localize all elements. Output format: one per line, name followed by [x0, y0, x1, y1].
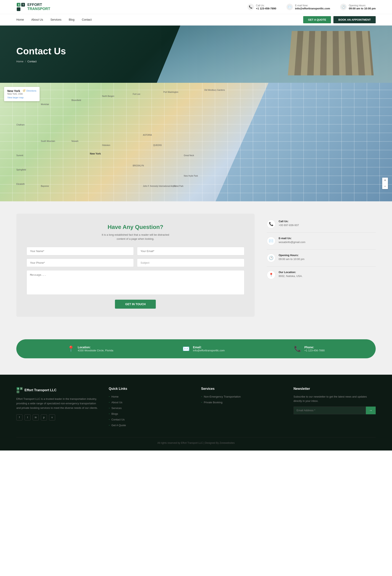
hero-banner: Contact Us Home / Contact — [0, 26, 392, 83]
breadcrumb-home[interactable]: Home — [16, 60, 24, 63]
footer-link-home: - Home — [109, 395, 191, 398]
contact-info-sidebar: 📞 Call Us: +00 697-836-937 ✉️ E-mail Us:… — [267, 214, 376, 283]
link-dot: - — [109, 412, 110, 416]
map-directions[interactable]: 🧭 Directions — [23, 89, 36, 92]
pinterest-icon[interactable]: p — [41, 414, 47, 420]
nav-links: Home About Us Services Blog Contact — [16, 18, 92, 21]
nav-contact[interactable]: Contact — [82, 18, 92, 21]
logo-area: E T EFFORT TRANSPORT — [16, 2, 50, 11]
form-row-phone-subject: Subject — [26, 259, 244, 267]
logo-text: EFFORT TRANSPORT — [27, 3, 50, 11]
linkedin-icon[interactable]: in — [33, 414, 39, 420]
subject-select[interactable]: Subject — [137, 259, 244, 267]
svg-text:E: E — [18, 388, 19, 390]
footer-net-link[interactable]: Non-Emergency Transportation — [204, 395, 241, 398]
top-contact-call: 📞 Call Us: +1 123-456-7890 — [247, 4, 276, 10]
email-input[interactable] — [137, 247, 244, 255]
green-location-value: 4330 Woodside Circle, Florida — [78, 349, 113, 352]
clock-icon: 🕐 — [340, 4, 347, 10]
phone-input[interactable] — [26, 259, 134, 267]
green-phone-value: +1 123-456-7890 — [304, 349, 325, 352]
footer-private-link[interactable]: Private Booking — [204, 401, 222, 404]
svg-text:E: E — [18, 3, 20, 6]
info-call: 📞 Call Us: +00 697-836-937 — [267, 216, 376, 233]
directions-label: Directions — [26, 89, 36, 92]
top-contact-email: ✉️ E-mail Now: info@efforttransportllc.c… — [287, 4, 330, 10]
zoom-in-button[interactable]: + — [382, 178, 388, 183]
info-location-label: Our Location: — [279, 271, 303, 274]
book-appointment-button[interactable]: BOOK AN APPOINTMENT — [333, 16, 376, 23]
info-hours-label: Opening Hours: — [279, 254, 304, 257]
name-input[interactable] — [26, 247, 134, 255]
newsletter-input[interactable] — [294, 406, 366, 414]
footer-contact-link[interactable]: Contact Us — [111, 418, 125, 421]
map-container: Morris Plains Montclair Bloomfield North… — [0, 83, 392, 201]
vimeo-icon[interactable]: v — [49, 414, 55, 420]
twitter-icon[interactable]: t — [25, 414, 31, 420]
link-dot: - — [109, 406, 110, 410]
info-location-value: 8932, Natiska, USA. — [279, 275, 303, 278]
facebook-icon[interactable]: f — [16, 414, 23, 420]
footer-quote-link[interactable]: Get A Quote — [111, 424, 126, 427]
footer-link-about: - About Us — [109, 401, 191, 404]
map-view-larger[interactable]: View larger map — [7, 96, 36, 99]
map-roads — [0, 83, 392, 201]
newsletter-form: → — [294, 406, 376, 414]
get-quote-button[interactable]: GET A QUOTE — [303, 16, 331, 23]
nav-about[interactable]: About Us — [31, 18, 43, 21]
call-label: Call Us: — [256, 4, 276, 7]
zoom-out-button[interactable]: − — [382, 183, 388, 189]
footer-social: f t in p v — [16, 414, 99, 420]
footer-description: Effort Transport LLC is a trusted leader… — [16, 397, 99, 410]
map-label-bergen: North Bergen — [102, 95, 114, 97]
contact-section: Have Any Question? It is a long establis… — [0, 201, 392, 329]
footer-services-title: Services — [201, 387, 283, 391]
green-email-label: Email: — [193, 346, 225, 349]
map-section: Morris Plains Montclair Bloomfield North… — [0, 83, 392, 201]
footer-about-col: E T Effort Transport LLC Effort Transpor… — [16, 387, 99, 429]
get-in-touch-button[interactable]: GET IN TOUCH — [115, 300, 156, 309]
info-hours: 🕐 Opening Hours: 09:00 am to 10:00 pm — [267, 250, 376, 266]
nav-buttons: GET A QUOTE BOOK AN APPOINTMENT — [303, 16, 376, 23]
info-email-label: E-mail Us: — [279, 237, 305, 240]
info-location: 📍 Our Location: 8932, Natiska, USA. — [267, 266, 376, 283]
footer-quick-links-title: Quick Links — [109, 387, 191, 391]
map-zoom-controls: + − — [382, 178, 388, 189]
footer-home-link[interactable]: Home — [111, 395, 119, 398]
map-label-jfk: John F. Kennedy International Airport — [143, 185, 176, 187]
footer-services-link[interactable]: Services — [111, 406, 122, 410]
hours-label: Opening Hours: — [349, 4, 376, 7]
footer: E T Effort Transport LLC Effort Transpor… — [0, 375, 392, 451]
newsletter-description: Subscribe to our newsletter to get the l… — [294, 395, 376, 403]
map-label-new-hyde-park: New Hyde Park — [184, 175, 198, 177]
breadcrumb-separator: / — [25, 60, 26, 63]
footer-newsletter-title: Newsletter — [294, 387, 376, 391]
svg-text:T: T — [23, 3, 24, 6]
footer-about-link[interactable]: About Us — [111, 401, 122, 404]
newsletter-submit-button[interactable]: → — [366, 406, 376, 414]
nav-bar: Home About Us Services Blog Contact GET … — [0, 14, 392, 26]
footer-blogs-link[interactable]: Blogs — [111, 412, 118, 415]
footer-grid: E T Effort Transport LLC Effort Transpor… — [16, 387, 376, 429]
nav-blog[interactable]: Blog — [69, 18, 75, 21]
top-bar: E T EFFORT TRANSPORT 📞 Call Us: +1 123-4… — [0, 0, 392, 14]
link-dot: - — [109, 423, 110, 427]
breadcrumb-current: Contact — [27, 60, 37, 63]
map-label-springfield: Springfield — [16, 169, 26, 171]
contact-form-wrapper: Have Any Question? It is a long establis… — [16, 214, 255, 317]
breadcrumb: Home / Contact — [16, 60, 66, 63]
map-label-newark: Newark — [72, 140, 78, 142]
top-contact-hours: 🕐 Opening Hours: 09:00 am to 10:00 pm — [340, 4, 376, 10]
map-label-old-westbury: Old Westbury Gardens — [204, 89, 225, 91]
link-dot: - — [201, 401, 202, 404]
email-info-icon: ✉️ — [267, 237, 275, 245]
nav-services[interactable]: Services — [51, 18, 61, 21]
map-label-south-mountain: South Mountain — [41, 140, 55, 142]
map-info-box: New York New York, USA 🧭 Directions View… — [4, 87, 40, 101]
phone-icon: 📞 — [247, 4, 254, 10]
form-row-name-email — [26, 247, 244, 255]
nav-home[interactable]: Home — [16, 18, 24, 21]
message-textarea[interactable] — [26, 270, 244, 295]
info-call-value: +00 697-836-937 — [279, 224, 299, 227]
green-email-value: info@efforttransportllc.com — [193, 349, 225, 352]
